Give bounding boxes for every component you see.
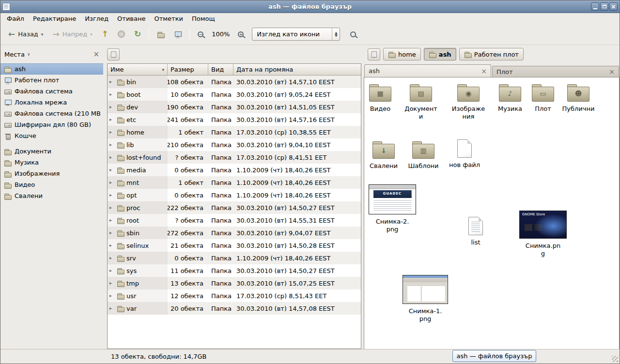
table-row[interactable]: ▸ lib 210 обекта Папка 30.03.2010 (вт) 9… <box>108 138 361 151</box>
menu-item[interactable]: Редактиране <box>29 13 80 24</box>
expander-icon[interactable]: ▸ <box>109 79 115 84</box>
expander-icon[interactable]: ▸ <box>109 281 115 286</box>
resize-grip[interactable] <box>612 356 618 362</box>
sidebar-item[interactable]: Кошче <box>0 130 103 141</box>
table-row[interactable]: ▸ media 0 обекта Папка 1.10.2009 (чт) 18… <box>108 164 361 176</box>
expander-icon[interactable]: ▸ <box>109 193 115 197</box>
column-header-type[interactable]: Вид <box>208 64 233 76</box>
table-row[interactable]: ▸ tmp 13 обекта Папка 30.03.2010 (вт) 15… <box>108 277 361 289</box>
task-list-button[interactable]: ash — файлов браузър <box>452 350 536 362</box>
chevron-down-icon[interactable]: ▾ <box>159 67 164 72</box>
location-toggle-button[interactable] <box>368 48 380 61</box>
table-row[interactable]: ▸ etc 241 обекта Папка 30.03.2010 (вт) 1… <box>108 113 361 126</box>
expander-icon[interactable]: ▸ <box>109 130 115 135</box>
sidebar-item[interactable]: Видео <box>0 179 103 190</box>
table-row[interactable]: ▸ lost+found ? обекта Папка 17.03.2010 (… <box>108 151 361 164</box>
expander-icon[interactable]: ▸ <box>109 155 115 160</box>
menu-item[interactable]: Отметки <box>150 13 187 24</box>
icon-view-item[interactable]: Снимка-1.png <box>399 275 451 323</box>
tab-close-icon[interactable]: × <box>481 68 487 75</box>
menu-item[interactable]: Помощ <box>187 13 219 24</box>
sidebar-item[interactable]: ash <box>0 63 103 75</box>
table-row[interactable]: ▸ mnt 1 обект Папка 1.10.2009 (чт) 18,40… <box>108 176 361 189</box>
icon-view-item[interactable]: ▭ Плот <box>523 84 563 113</box>
table-row[interactable]: ▸ home 1 обект Папка 17.03.2010 (ср) 10,… <box>108 126 361 138</box>
table-row[interactable]: ▸ dev 190 обекта Папка 30.03.2010 (вт) 1… <box>108 101 361 113</box>
pane-toggle-button[interactable] <box>107 48 120 61</box>
tab[interactable]: ash × <box>364 64 491 77</box>
column-header-name[interactable]: Име ▾ <box>108 64 168 76</box>
expander-icon[interactable]: ▸ <box>109 243 115 248</box>
home-button[interactable] <box>153 27 169 42</box>
sidebar-item[interactable]: Музика <box>0 157 103 168</box>
tab-close-icon[interactable]: × <box>609 68 615 75</box>
zoom-out-button[interactable]: − <box>194 27 207 42</box>
sidebar-item[interactable]: Изображения <box>0 168 103 179</box>
expander-icon[interactable]: ▸ <box>109 230 115 235</box>
sidebar-title[interactable]: Места <box>4 51 25 58</box>
stop-button[interactable] <box>114 27 129 42</box>
up-button[interactable]: ↑ <box>98 27 112 42</box>
reload-button[interactable]: ↻ <box>130 27 145 42</box>
column-header-date[interactable]: Дата на промяна <box>233 64 361 76</box>
expander-icon[interactable]: ▸ <box>109 306 115 311</box>
table-row[interactable]: ▸ boot 10 обекта Папка 30.03.2010 (вт) 9… <box>108 88 361 101</box>
menu-item[interactable]: Изглед <box>80 13 113 24</box>
path-button[interactable]: home <box>383 48 421 61</box>
sidebar-item[interactable]: Локална мрежа <box>0 97 103 108</box>
minimize-button[interactable] <box>591 2 599 11</box>
sidebar-close-button[interactable]: × <box>93 51 99 58</box>
table-row[interactable]: ▸ bin 108 обекта Папка 30.03.2010 (вт) 1… <box>108 76 361 88</box>
icon-view-item[interactable]: ▦ Видео <box>364 84 401 113</box>
view-mode-select[interactable]: Изглед като икони ▲▼ <box>252 28 340 41</box>
sidebar-item[interactable]: Свалени <box>0 190 103 201</box>
table-row[interactable]: ▸ sbin 272 обекта Папка 30.03.2010 (вт) … <box>108 227 361 239</box>
forward-button[interactable]: → Напред ▾ <box>48 27 96 42</box>
icon-view-item[interactable]: GUADEC Снимка-2.png <box>366 184 418 234</box>
expander-icon[interactable]: ▸ <box>109 180 115 185</box>
table-row[interactable]: ▸ proc 222 обекта Папка 30.03.2010 (вт) … <box>108 201 361 214</box>
column-header-size[interactable]: Размер <box>168 64 208 76</box>
icon-view-item[interactable]: ☻ Публични <box>558 84 599 113</box>
icon-view-item[interactable]: ▤ Документи <box>401 84 441 121</box>
zoom-in-button[interactable]: + <box>234 27 248 42</box>
icon-view-item[interactable]: list <box>455 217 496 246</box>
table-row[interactable]: ▸ srv 0 обекта Папка 1.10.2009 (чт) 18,4… <box>108 252 361 264</box>
sidebar-item[interactable]: Файлова система (210 MB) <box>0 108 103 119</box>
search-button[interactable] <box>346 27 360 42</box>
icon-view[interactable]: ▦ Видео ▤ Документи <box>364 77 620 349</box>
expander-icon[interactable]: ▸ <box>109 92 115 97</box>
table-row[interactable]: ▸ usr 12 обекта Папка 17.03.2010 (ср) 8,… <box>108 289 361 302</box>
expander-icon[interactable]: ▸ <box>109 117 115 122</box>
table-row[interactable]: ▸ sys 11 обекта Папка 30.03.2010 (вт) 14… <box>108 264 361 277</box>
expander-icon[interactable]: ▸ <box>109 218 115 223</box>
sidebar-item[interactable]: Документи <box>0 146 103 157</box>
expander-icon[interactable]: ▸ <box>109 167 115 172</box>
menu-item[interactable]: Файл <box>2 13 29 24</box>
spinner-arrows-icon[interactable]: ▲▼ <box>332 28 340 40</box>
expander-icon[interactable]: ▸ <box>109 268 115 273</box>
icon-view-item[interactable]: нов файл <box>444 139 485 169</box>
chevron-down-icon[interactable]: ∨ <box>27 52 31 57</box>
sidebar-item[interactable]: Шифриран дял (80 GB) <box>0 119 103 130</box>
path-button[interactable]: ash <box>424 48 456 61</box>
back-button[interactable]: ← Назад ▾ <box>4 27 47 42</box>
maximize-button[interactable] <box>600 2 608 11</box>
expander-icon[interactable]: ▸ <box>109 142 115 147</box>
close-button[interactable]: × <box>609 2 618 11</box>
table-row[interactable]: ▸ root ? обекта Папка 30.03.2010 (вт) 14… <box>108 214 361 227</box>
expander-icon[interactable]: ▸ <box>109 205 115 210</box>
table-row[interactable]: ▸ opt 0 обекта Папка 1.10.2009 (чт) 18,4… <box>108 189 361 201</box>
computer-button[interactable] <box>170 27 186 42</box>
icon-view-item[interactable]: ◉ Изображения <box>448 84 489 121</box>
menu-item[interactable]: Отиване <box>113 13 150 24</box>
expander-icon[interactable]: ▸ <box>109 105 115 109</box>
expander-icon[interactable]: ▸ <box>109 256 115 260</box>
sidebar-item[interactable]: Работен плот <box>0 75 103 86</box>
expander-icon[interactable]: ▸ <box>109 293 115 298</box>
titlebar[interactable]: ash — файлов браузър × <box>0 0 620 13</box>
sidebar-item[interactable] <box>0 141 103 146</box>
icon-view-item[interactable]: GNOME Store Снимка.png <box>517 211 569 258</box>
path-button[interactable]: Работен плот <box>459 48 524 61</box>
sidebar-item[interactable]: Файлова система <box>0 86 103 97</box>
